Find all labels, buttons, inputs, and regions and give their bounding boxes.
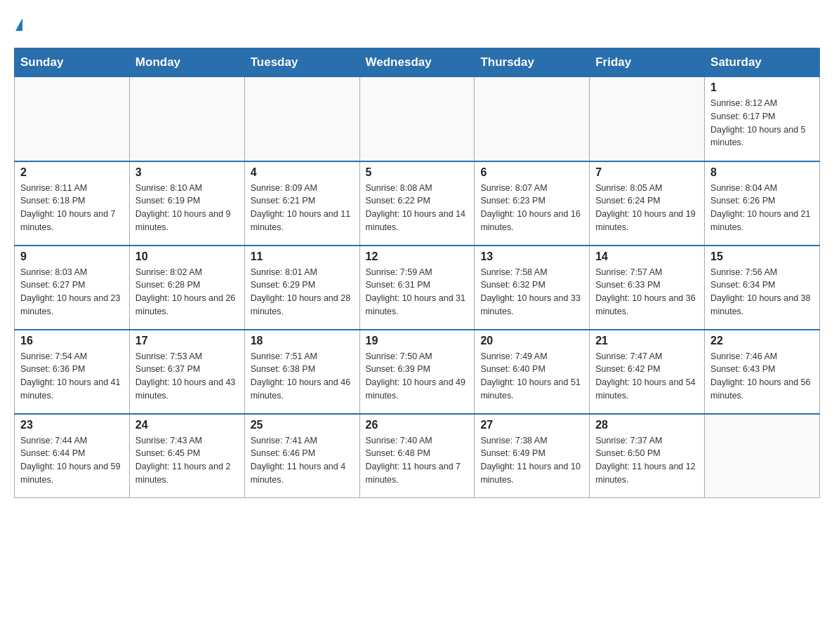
day-info: Sunrise: 7:46 AMSunset: 6:43 PMDaylight:…	[710, 350, 814, 403]
calendar-cell	[590, 77, 705, 161]
day-info: Sunrise: 7:54 AMSunset: 6:36 PMDaylight:…	[20, 350, 124, 403]
calendar-cell: 9Sunrise: 8:03 AMSunset: 6:27 PMDaylight…	[15, 246, 130, 330]
day-number: 12	[366, 250, 469, 263]
day-number: 19	[366, 335, 469, 347]
day-info: Sunrise: 8:04 AMSunset: 6:26 PMDaylight:…	[710, 182, 814, 234]
day-number: 18	[251, 335, 354, 347]
calendar-cell	[129, 77, 244, 161]
col-monday: Monday	[129, 48, 244, 77]
calendar-cell: 8Sunrise: 8:04 AMSunset: 6:26 PMDaylight…	[705, 161, 820, 246]
day-number: 5	[366, 166, 469, 179]
calendar-cell: 23Sunrise: 7:44 AMSunset: 6:44 PMDayligh…	[15, 414, 130, 498]
calendar-cell: 24Sunrise: 7:43 AMSunset: 6:45 PMDayligh…	[129, 414, 244, 498]
day-info: Sunrise: 8:05 AMSunset: 6:24 PMDaylight:…	[595, 182, 699, 234]
calendar-cell: 28Sunrise: 7:37 AMSunset: 6:50 PMDayligh…	[590, 414, 705, 498]
calendar-cell: 27Sunrise: 7:38 AMSunset: 6:49 PMDayligh…	[475, 414, 590, 498]
logo	[14, 14, 22, 34]
day-number: 23	[20, 419, 124, 431]
col-thursday: Thursday	[475, 48, 590, 77]
day-number: 7	[595, 166, 699, 179]
day-number: 24	[135, 419, 239, 431]
calendar-cell: 16Sunrise: 7:54 AMSunset: 6:36 PMDayligh…	[15, 330, 130, 414]
calendar-cell: 15Sunrise: 7:56 AMSunset: 6:34 PMDayligh…	[705, 246, 820, 330]
day-number: 25	[251, 419, 354, 431]
day-number: 11	[251, 250, 354, 263]
day-info: Sunrise: 7:38 AMSunset: 6:49 PMDaylight:…	[480, 434, 583, 487]
day-info: Sunrise: 7:50 AMSunset: 6:39 PMDaylight:…	[366, 350, 469, 403]
calendar-cell	[244, 77, 359, 161]
day-info: Sunrise: 7:49 AMSunset: 6:40 PMDaylight:…	[480, 350, 583, 403]
calendar-cell: 19Sunrise: 7:50 AMSunset: 6:39 PMDayligh…	[359, 330, 475, 414]
calendar-cell	[359, 77, 475, 161]
day-info: Sunrise: 8:11 AMSunset: 6:18 PMDaylight:…	[20, 182, 124, 234]
calendar-cell: 22Sunrise: 7:46 AMSunset: 6:43 PMDayligh…	[705, 330, 820, 414]
calendar-cell: 11Sunrise: 8:01 AMSunset: 6:29 PMDayligh…	[244, 246, 359, 330]
calendar-week-row: 16Sunrise: 7:54 AMSunset: 6:36 PMDayligh…	[15, 330, 820, 414]
calendar-cell	[15, 77, 130, 161]
calendar-cell: 3Sunrise: 8:10 AMSunset: 6:19 PMDaylight…	[129, 161, 244, 246]
day-number: 15	[710, 250, 814, 263]
calendar-cell: 10Sunrise: 8:02 AMSunset: 6:28 PMDayligh…	[129, 246, 244, 330]
day-number: 9	[20, 250, 124, 263]
day-number: 10	[135, 250, 239, 263]
day-info: Sunrise: 8:02 AMSunset: 6:28 PMDaylight:…	[135, 266, 239, 318]
day-number: 28	[595, 419, 699, 431]
calendar-week-row: 2Sunrise: 8:11 AMSunset: 6:18 PMDaylight…	[15, 161, 820, 246]
logo-line1	[14, 14, 22, 34]
calendar-cell: 6Sunrise: 8:07 AMSunset: 6:23 PMDaylight…	[475, 161, 590, 246]
day-number: 1	[710, 81, 814, 94]
col-saturday: Saturday	[705, 48, 820, 77]
calendar-cell	[705, 414, 820, 498]
day-number: 6	[480, 166, 583, 179]
day-number: 21	[595, 335, 699, 347]
calendar-cell: 12Sunrise: 7:59 AMSunset: 6:31 PMDayligh…	[359, 246, 475, 330]
day-number: 8	[710, 166, 814, 179]
day-number: 22	[710, 335, 814, 347]
day-info: Sunrise: 7:53 AMSunset: 6:37 PMDaylight:…	[135, 350, 239, 403]
col-sunday: Sunday	[15, 48, 130, 77]
day-info: Sunrise: 7:43 AMSunset: 6:45 PMDaylight:…	[135, 434, 239, 487]
calendar-cell: 21Sunrise: 7:47 AMSunset: 6:42 PMDayligh…	[590, 330, 705, 414]
day-number: 3	[135, 166, 239, 179]
col-tuesday: Tuesday	[244, 48, 359, 77]
day-info: Sunrise: 8:08 AMSunset: 6:22 PMDaylight:…	[366, 182, 469, 234]
page-header	[14, 14, 820, 34]
day-info: Sunrise: 8:07 AMSunset: 6:23 PMDaylight:…	[480, 182, 583, 234]
calendar-header-row: Sunday Monday Tuesday Wednesday Thursday…	[15, 48, 820, 77]
day-number: 20	[480, 335, 583, 347]
day-info: Sunrise: 7:40 AMSunset: 6:48 PMDaylight:…	[366, 434, 469, 487]
day-info: Sunrise: 7:51 AMSunset: 6:38 PMDaylight:…	[251, 350, 354, 403]
calendar-cell: 26Sunrise: 7:40 AMSunset: 6:48 PMDayligh…	[359, 414, 475, 498]
day-info: Sunrise: 7:41 AMSunset: 6:46 PMDaylight:…	[251, 434, 354, 487]
calendar-cell: 1Sunrise: 8:12 AMSunset: 6:17 PMDaylight…	[705, 77, 820, 161]
calendar-cell: 5Sunrise: 8:08 AMSunset: 6:22 PMDaylight…	[359, 161, 475, 246]
day-info: Sunrise: 8:09 AMSunset: 6:21 PMDaylight:…	[251, 182, 354, 234]
day-info: Sunrise: 7:56 AMSunset: 6:34 PMDaylight:…	[710, 266, 814, 318]
calendar-cell: 18Sunrise: 7:51 AMSunset: 6:38 PMDayligh…	[244, 330, 359, 414]
day-info: Sunrise: 8:10 AMSunset: 6:19 PMDaylight:…	[135, 182, 239, 234]
calendar-cell: 25Sunrise: 7:41 AMSunset: 6:46 PMDayligh…	[244, 414, 359, 498]
calendar-cell: 20Sunrise: 7:49 AMSunset: 6:40 PMDayligh…	[475, 330, 590, 414]
day-number: 13	[480, 250, 583, 263]
logo-triangle-icon	[15, 18, 22, 31]
calendar-week-row: 23Sunrise: 7:44 AMSunset: 6:44 PMDayligh…	[15, 414, 820, 498]
calendar-cell: 13Sunrise: 7:58 AMSunset: 6:32 PMDayligh…	[475, 246, 590, 330]
day-info: Sunrise: 7:59 AMSunset: 6:31 PMDaylight:…	[366, 266, 469, 318]
col-friday: Friday	[590, 48, 705, 77]
calendar-cell: 17Sunrise: 7:53 AMSunset: 6:37 PMDayligh…	[129, 330, 244, 414]
day-number: 27	[480, 419, 583, 431]
day-number: 17	[135, 335, 239, 347]
day-number: 16	[20, 335, 124, 347]
day-info: Sunrise: 8:03 AMSunset: 6:27 PMDaylight:…	[20, 266, 124, 318]
calendar-table: Sunday Monday Tuesday Wednesday Thursday…	[14, 48, 820, 498]
calendar-cell: 7Sunrise: 8:05 AMSunset: 6:24 PMDaylight…	[590, 161, 705, 246]
day-number: 26	[366, 419, 469, 431]
col-wednesday: Wednesday	[359, 48, 475, 77]
calendar-cell: 4Sunrise: 8:09 AMSunset: 6:21 PMDaylight…	[244, 161, 359, 246]
day-info: Sunrise: 7:44 AMSunset: 6:44 PMDaylight:…	[20, 434, 124, 487]
day-number: 2	[20, 166, 124, 179]
day-info: Sunrise: 8:01 AMSunset: 6:29 PMDaylight:…	[251, 266, 354, 318]
day-info: Sunrise: 7:58 AMSunset: 6:32 PMDaylight:…	[480, 266, 583, 318]
day-info: Sunrise: 8:12 AMSunset: 6:17 PMDaylight:…	[710, 97, 814, 149]
day-info: Sunrise: 7:47 AMSunset: 6:42 PMDaylight:…	[595, 350, 699, 403]
